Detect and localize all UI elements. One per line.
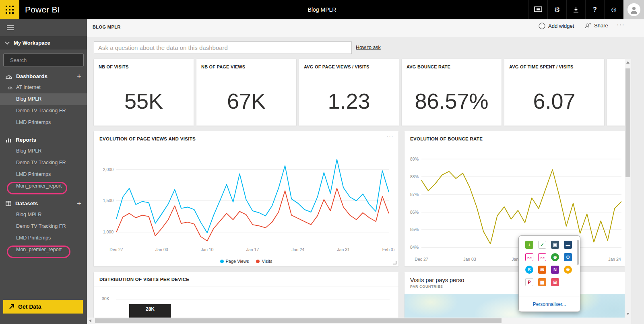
share-icon-check-green[interactable]: ✓ [538, 241, 546, 249]
share-extension-popup: +✓▣▬ocsocs⊕OS✉N❋P▦⊞ Personnaliser... [518, 235, 580, 312]
account-button[interactable] [623, 0, 644, 19]
chart-title: DISTRIBUTION OF VISITS PER DEVICE [94, 272, 398, 287]
settings-button[interactable]: ⚙ [547, 0, 566, 19]
tile-visits-map[interactable]: Visits par pays perso PAR COUNTRIES [405, 272, 625, 318]
share-icon-globe-green[interactable]: ⊕ [551, 253, 559, 261]
breadcrumb: BLOG MPLR [93, 25, 121, 29]
share-icon-add-green[interactable]: + [525, 241, 533, 249]
horizontal-scrollbar[interactable] [87, 318, 631, 324]
personalize-link[interactable]: Personnaliser... [519, 301, 580, 307]
sidebar-item-dataset-demo-tv[interactable]: Demo TV Tracking FR [0, 221, 87, 232]
sidebar-item-dashboard-blog-mplr[interactable]: Blog MPLR [0, 93, 87, 105]
share-icon-skype-blue[interactable]: S [525, 266, 533, 274]
tile-bounce-rate-chart[interactable]: EVOLUTION OF BOUNCE RATE 84%85%86%87%88%… [405, 131, 625, 266]
share-icon-crop-pink[interactable]: ⊞ [551, 278, 559, 286]
popup-scrollbar-thumb[interactable] [577, 240, 579, 265]
svg-text:Jan 24: Jan 24 [292, 247, 305, 252]
reports-header[interactable]: Reports [0, 134, 87, 145]
sidebar-item-label: LMD Printemps [16, 235, 51, 241]
kpi-tile-bounce-rate[interactable]: AVG BOUNCE RATE 86.57% [402, 59, 502, 126]
feedback-button[interactable]: ☺ [604, 0, 623, 19]
kpi-tile-visits[interactable]: NB OF VISITS 55K [94, 59, 194, 126]
tile-resize-handle[interactable] [393, 261, 396, 264]
svg-text:Jan 17: Jan 17 [246, 247, 259, 252]
search-input[interactable] [10, 57, 81, 63]
sidebar-item-report-lmd[interactable]: LMD Printemps [0, 169, 87, 180]
tile-menu-button[interactable]: ··· [386, 133, 394, 140]
share-icon-presentation-dark[interactable]: ▣ [551, 241, 559, 249]
dashboards-header[interactable]: Dashboards + [0, 70, 87, 82]
help-button[interactable]: ? [585, 0, 604, 19]
add-dashboard-button[interactable]: + [77, 72, 81, 80]
svg-text:Jan 03: Jan 03 [463, 257, 476, 262]
svg-text:89%: 89% [410, 157, 419, 161]
sidebar-item-report-demo-tv[interactable]: Demo TV Tracking FR [0, 157, 87, 169]
dashboard-more-button[interactable]: ··· [617, 21, 625, 29]
kpi-tile-time-spent[interactable]: AVG OF TIME SPENT / VISITS 6.07 [504, 59, 604, 126]
sidebar-item-dashboard-at-internet[interactable]: AT Internet [0, 82, 87, 93]
download-button[interactable] [566, 0, 585, 19]
datasets-label: Datasets [15, 200, 38, 206]
sidebar-item-report-blog-mplr[interactable]: Blog MPLR [0, 145, 87, 157]
collapse-menu-button[interactable] [0, 19, 87, 36]
scroll-up-arrow[interactable] [626, 61, 630, 64]
datasets-header[interactable]: Datasets + [0, 198, 87, 209]
kpi-tile-page-views[interactable]: NB OF PAGE VIEWS 67K [196, 59, 296, 126]
sidebar-item-label: LMD Printemps [16, 171, 51, 177]
svg-text:Dec 27: Dec 27 [109, 247, 123, 252]
app-launcher-button[interactable] [0, 0, 19, 19]
kpi-tile-partial[interactable] [607, 59, 625, 126]
tile-visits-per-device[interactable]: DISTRIBUTION OF VISITS PER DEVICE 30K 28… [94, 272, 398, 318]
chart-legend: Page Views Visits [94, 259, 398, 264]
share-icon-flower-orange[interactable]: ❋ [564, 266, 572, 274]
dashboards-label: Dashboards [16, 73, 47, 79]
share-icon-grid: +✓▣▬ocsocs⊕OS✉N❋P▦⊞ [519, 236, 580, 286]
fullscreen-button[interactable] [528, 0, 547, 19]
vertical-scrollbar[interactable] [625, 59, 631, 318]
kpi-value: 67K [196, 77, 296, 125]
legend-item-visits[interactable]: Visits [256, 259, 272, 264]
scroll-left-arrow[interactable] [89, 319, 91, 322]
power-bi-app: Power BI Blog MPLR ⚙ ? [0, 0, 644, 324]
sidebar-item-dataset-blog-mplr[interactable]: Blog MPLR [0, 209, 87, 221]
sidebar-item-dashboard-lmd[interactable]: LMD Printemps [0, 117, 87, 128]
bar-device-1[interactable]: 28K [129, 304, 171, 318]
share-icon-mail-orange[interactable]: ✉ [538, 266, 546, 274]
sidebar-item-dataset-mon-premier[interactable]: Mon_premier_report [0, 244, 87, 256]
legend-item-page-views[interactable]: Page Views [220, 259, 249, 264]
chevron-down-icon [5, 40, 9, 44]
share-icon-ocs-pink-2[interactable]: ocs [538, 253, 546, 261]
share-icon-pinterest-red[interactable]: P [525, 278, 533, 286]
get-data-button[interactable]: Get Data [3, 300, 83, 314]
legend-label: Visits [262, 259, 272, 264]
share-icon-grid-orange[interactable]: ▦ [538, 278, 546, 286]
world-map-visual[interactable] [405, 294, 625, 318]
avatar [627, 3, 640, 16]
sidebar-item-label: Demo TV Tracking FR [16, 223, 66, 229]
horizontal-scrollbar-thumb[interactable] [95, 318, 502, 323]
share-button[interactable]: Share [585, 23, 608, 29]
qa-question-input[interactable] [94, 41, 352, 54]
scroll-down-arrow[interactable] [626, 313, 630, 315]
shared-dashboard-icon [8, 85, 12, 89]
share-icon-onenote-purple[interactable]: N [551, 266, 559, 274]
reports-section: Reports Blog MPLR Demo TV Tracking FR LM… [0, 134, 87, 192]
tile-page-views-visits-chart[interactable]: EVOLUTION OF PAGE VIEWS AND VISITS ··· 1… [94, 131, 398, 266]
svg-text:Jan 24: Jan 24 [608, 257, 621, 262]
kpi-tile-views-per-visit[interactable]: AVG OF PAGE VIEWS / VISITS 1.23 [299, 59, 399, 126]
sidebar-item-dataset-lmd[interactable]: LMD Printemps [0, 232, 87, 244]
sidebar-item-report-mon-premier[interactable]: Mon_premier_report [0, 180, 87, 192]
add-widget-button[interactable]: Add widget [539, 23, 574, 29]
how-to-ask-link[interactable]: How to ask [356, 45, 381, 50]
share-icon-video-dark[interactable]: ▬ [564, 241, 572, 249]
vertical-scrollbar-thumb[interactable] [625, 68, 630, 177]
workspace-selector[interactable]: My Workspace [0, 36, 87, 50]
add-dataset-button[interactable]: + [77, 200, 81, 207]
sidebar-item-label: Demo TV Tracking FR [16, 160, 66, 165]
kpi-title: NB OF VISITS [94, 59, 194, 77]
workspace-label: My Workspace [14, 40, 50, 46]
share-icon-ocs-pink-1[interactable]: ocs [525, 253, 533, 261]
share-icon-outlook-blue[interactable]: O [564, 253, 572, 261]
sidebar-item-dashboard-demo-tv[interactable]: Demo TV Tracking FR [0, 105, 87, 117]
dataset-grid-icon [6, 201, 11, 206]
